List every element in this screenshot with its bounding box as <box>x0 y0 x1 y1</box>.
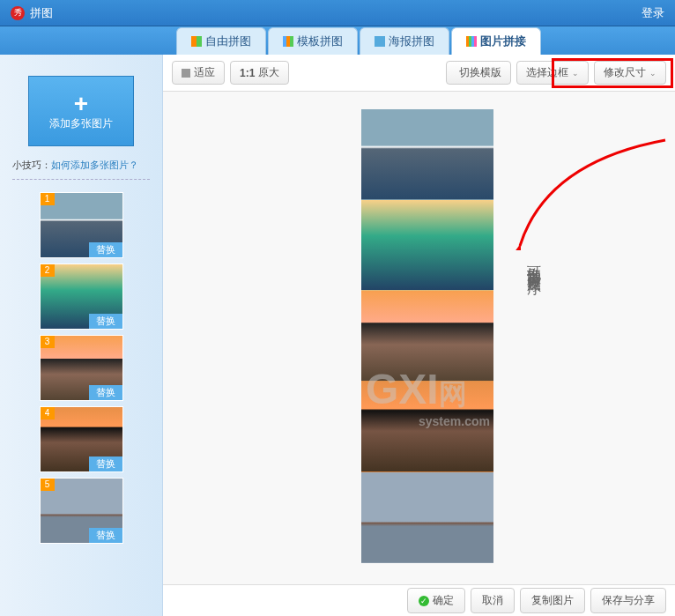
stack-image[interactable] <box>361 382 493 472</box>
thumbnail[interactable]: 5替换 <box>40 478 123 544</box>
sidebar: + 添加多张图片 小技巧：如何添加多张图片？ 1替换2替换3替换4替换5替换 <box>0 55 163 616</box>
thumb-number: 5 <box>41 479 55 491</box>
resize-button[interactable]: 修改尺寸⌄ <box>594 61 666 85</box>
join-icon <box>466 36 477 47</box>
stack-image[interactable] <box>361 200 493 291</box>
grid-icon <box>191 36 202 47</box>
original-size-button[interactable]: 1:1原大 <box>230 61 289 85</box>
replace-button[interactable]: 替换 <box>89 242 122 257</box>
fit-icon <box>182 69 190 78</box>
plus-icon: + <box>74 92 88 116</box>
thumbnail-list: 1替换2替换3替换4替换5替换 <box>12 187 150 604</box>
annotation-arrow-icon <box>511 136 675 250</box>
title-bar: 秀 拼图 登录 <box>0 0 675 26</box>
copy-image-button[interactable]: 复制图片 <box>520 588 585 613</box>
annotation-note: 可拖动图片更换顺序。 <box>524 255 543 286</box>
tab-join[interactable]: 图片拼接 <box>451 27 541 55</box>
tab-tpl[interactable]: 模板拼图 <box>268 27 358 55</box>
cancel-button[interactable]: 取消 <box>471 588 515 613</box>
login-link[interactable]: 登录 <box>642 5 664 21</box>
thumbnail[interactable]: 4替换 <box>40 406 123 472</box>
add-images-label: 添加多张图片 <box>49 116 113 131</box>
tip-text: 小技巧：如何添加多张图片？ <box>12 159 150 180</box>
replace-button[interactable]: 替换 <box>89 385 122 400</box>
fit-button[interactable]: 适应 <box>172 61 225 85</box>
tab-bar: 自由拼图模板拼图海报拼图图片拼接 <box>0 26 675 55</box>
thumb-number: 1 <box>41 193 55 205</box>
image-stack[interactable] <box>361 109 493 563</box>
canvas-area: 可拖动图片更换顺序。 GXI网 system.com <box>163 92 675 584</box>
save-share-button[interactable]: 保存与分享 <box>590 588 666 613</box>
add-images-button[interactable]: + 添加多张图片 <box>28 76 134 146</box>
post-icon <box>375 36 385 47</box>
switch-orientation-button[interactable]: 切换横版 <box>446 61 511 85</box>
tip-link[interactable]: 如何添加多张图片？ <box>51 160 138 170</box>
footer-bar: ✓确定 取消 复制图片 保存与分享 <box>163 584 675 616</box>
thumbnail[interactable]: 2替换 <box>40 263 123 330</box>
tab-post[interactable]: 海报拼图 <box>360 27 449 55</box>
thumb-number: 2 <box>41 264 55 277</box>
check-icon: ✓ <box>419 596 429 606</box>
chevron-down-icon: ⌄ <box>649 69 656 78</box>
thumbnail[interactable]: 1替换 <box>40 192 123 258</box>
thumb-number: 4 <box>41 407 55 419</box>
stack-image[interactable] <box>361 472 493 563</box>
toolbar: 适应 1:1原大 切换横版 选择边框⌄ 修改尺寸⌄ <box>163 55 675 92</box>
app-title: 拼图 <box>30 5 53 21</box>
ok-button[interactable]: ✓确定 <box>407 588 465 613</box>
stack-image[interactable] <box>361 291 493 382</box>
replace-button[interactable]: 替换 <box>89 456 122 471</box>
thumb-number: 3 <box>41 336 55 348</box>
replace-button[interactable]: 替换 <box>89 528 122 543</box>
tab-grid[interactable]: 自由拼图 <box>176 27 266 55</box>
app-logo-icon: 秀 <box>11 6 25 20</box>
border-select-button[interactable]: 选择边框⌄ <box>516 61 589 85</box>
tpl-icon <box>283 36 293 47</box>
thumbnail[interactable]: 3替换 <box>40 335 123 401</box>
chevron-down-icon: ⌄ <box>572 69 579 78</box>
replace-button[interactable]: 替换 <box>89 314 122 329</box>
stack-image[interactable] <box>361 109 493 200</box>
